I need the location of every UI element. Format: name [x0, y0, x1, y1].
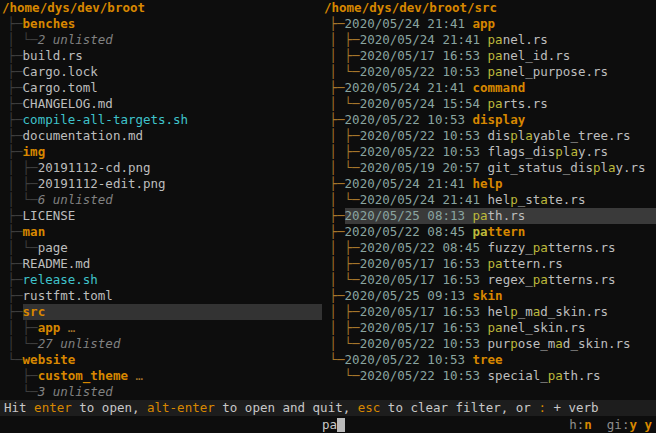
tree-branch: │ └─ [0, 336, 38, 352]
tree-row[interactable]: │ ├─2020/05/22 10:53 displayable_tree.rs [322, 128, 656, 144]
tree-row[interactable]: ├─CHANGELOG.md [0, 96, 322, 112]
flag-label: gi: [607, 417, 630, 432]
tree-row[interactable]: └─2020/05/22 10:53 tree [322, 352, 656, 368]
tree-row[interactable]: ├─img [0, 144, 322, 160]
tree-row[interactable]: └─website [0, 352, 322, 368]
tree-row[interactable]: │ └─2020/05/24 15:54 parts.rs [322, 96, 656, 112]
right-root-path: /home/dys/dev/broot/src [322, 0, 656, 16]
tree-row[interactable]: │ ├─app … [0, 320, 322, 336]
tree-row[interactable]: │ ├─2020/05/17 16:53 help_mad_skin.rs [322, 304, 656, 320]
tree-row[interactable]: └─2020/05/22 10:53 special_path.rs [322, 368, 656, 384]
right-tree-panel: /home/dys/dev/broot/src ├─2020/05/24 21:… [322, 0, 656, 400]
tree-branch: │ ├─ [322, 48, 360, 64]
tree-row[interactable]: │ └─2020/05/17 16:53 regex_patterns.rs [322, 272, 656, 288]
tree-branch: ├─ [0, 80, 23, 96]
file-name: fuzzy_ [488, 240, 533, 255]
match-highlight: p [510, 336, 518, 351]
entry: README.md [23, 256, 322, 272]
tree-branch: ├─ [0, 368, 38, 384]
tree-row[interactable]: ├─2020/05/22 10:53 display [322, 112, 656, 128]
tree-row[interactable]: ├─release.sh [0, 272, 322, 288]
entry: 2020/05/17 16:53 pattern.rs [360, 256, 656, 272]
file-name: th.rs [563, 368, 601, 383]
flag-value[interactable]: n [584, 417, 592, 432]
entry: page [38, 240, 322, 256]
tree-row[interactable]: │ └─page [0, 240, 322, 256]
tree-row[interactable]: ├─2020/05/24 21:41 help [322, 176, 656, 192]
modified-date: 2020/05/24 21:41 [360, 32, 488, 47]
tree-row[interactable]: ├─2020/05/25 09:13 skin [322, 288, 656, 304]
tree-row[interactable]: │ ├─20191112-cd.png [0, 160, 322, 176]
unlisted-note: 2 unlisted [38, 32, 113, 47]
tree-row[interactable]: ├─src [0, 304, 322, 320]
match-highlight: pa [488, 64, 503, 79]
tree-row[interactable]: │ ├─2020/05/22 10:53 flags_display.rs [322, 144, 656, 160]
entry: benches [23, 16, 322, 32]
file-name: page [38, 240, 68, 255]
tree-row[interactable]: ├─2020/05/24 21:41 command [322, 80, 656, 96]
filter-input[interactable]: pa [322, 417, 337, 433]
tree-row[interactable]: │ └─6 unlisted [0, 192, 322, 208]
tree-row[interactable]: │ ├─2020/05/24 21:41 panel.rs [322, 32, 656, 48]
unlisted-note: 6 unlisted [38, 192, 113, 207]
entry: 2020/05/24 15:54 parts.rs [360, 96, 656, 112]
entry: 2020/05/24 21:41 panel.rs [360, 32, 656, 48]
tree-row[interactable]: ├─LICENSE [0, 208, 322, 224]
tree-row[interactable]: │ ├─2020/05/17 16:53 panel_id.rs [322, 48, 656, 64]
modified-date: 2020/05/25 09:13 [345, 288, 473, 303]
selected-entry: src [23, 304, 322, 320]
tree-row[interactable]: ├─2020/05/25 08:13 path.rs [322, 208, 656, 224]
flag-value[interactable]: y [629, 417, 637, 432]
match-highlight: pa [533, 240, 548, 255]
tree-row[interactable]: └─3 unlisted [0, 384, 322, 400]
tree-row[interactable]: │ ├─20191112-edit.png [0, 176, 322, 192]
entry: 2020/05/17 16:53 regex_patterns.rs [360, 272, 656, 288]
entry: 20191112-cd.png [38, 160, 322, 176]
file-name: _st [518, 192, 541, 207]
entry: img [23, 144, 322, 160]
match-highlight: p [555, 144, 563, 159]
tree-row[interactable]: │ ├─2020/05/22 08:45 fuzzy_patterns.rs [322, 240, 656, 256]
tree-row[interactable]: ├─2020/05/22 08:45 pattern [322, 224, 656, 240]
tree-branch: │ └─ [0, 32, 38, 48]
tree-branch: └─ [0, 384, 38, 400]
tree-branch: ├─ [0, 256, 23, 272]
entry: app … [38, 320, 322, 336]
entry: rustfmt.toml [23, 288, 322, 304]
tree-row[interactable]: │ ├─2020/05/17 16:53 panel_skin.rs [322, 320, 656, 336]
file-name: dis [488, 128, 511, 143]
tree-row[interactable]: ├─man [0, 224, 322, 240]
tree-row[interactable]: │ └─27 unlisted [0, 336, 322, 352]
entry: CHANGELOG.md [23, 96, 322, 112]
entry: 2020/05/22 10:53 tree [345, 352, 656, 368]
tree-row[interactable]: ├─Cargo.lock [0, 64, 322, 80]
left-root-path: /home/dys/dev/broot [0, 0, 322, 16]
file-name: th.rs [488, 208, 526, 223]
tree-row[interactable]: ├─compile-all-targets.sh [0, 112, 322, 128]
tree-row[interactable]: ├─rustfmt.toml [0, 288, 322, 304]
tree-row[interactable]: │ └─2020/05/24 21:41 help_state.rs [322, 192, 656, 208]
tree-row[interactable]: ├─README.md [0, 256, 322, 272]
tree-branch: ├─ [322, 224, 345, 240]
tree-row[interactable]: ├─build.rs [0, 48, 322, 64]
tree-row[interactable]: ├─benches [0, 16, 322, 32]
tree-branch: ├─ [322, 112, 345, 128]
match-highlight: a [540, 192, 548, 207]
tree-row[interactable]: ├─documentation.md [0, 128, 322, 144]
status-text: to open and quit, [215, 400, 358, 415]
tree-row[interactable]: │ └─2 unlisted [0, 32, 322, 48]
tree-branch: │ ├─ [322, 320, 360, 336]
file-name: compile-all-targets.sh [23, 112, 189, 127]
tree-row[interactable]: │ └─2020/05/22 10:53 panel_purpose.rs [322, 64, 656, 80]
match-highlight: p [510, 192, 518, 207]
flag-value[interactable]: y [644, 417, 652, 432]
tree-row[interactable]: ├─2020/05/24 21:41 app [322, 16, 656, 32]
entry: 20191112-edit.png [38, 176, 322, 192]
tree-row[interactable]: ├─custom_theme … [0, 368, 322, 384]
modified-date: 2020/05/22 10:53 [360, 64, 488, 79]
tree-row[interactable]: ├─Cargo.toml [0, 80, 322, 96]
modified-date: 2020/05/24 21:41 [360, 192, 488, 207]
tree-row[interactable]: │ └─2020/05/22 10:53 purpose_mad_skin.rs [322, 336, 656, 352]
tree-row[interactable]: │ └─2020/05/19 20:57 git_status_display.… [322, 160, 656, 176]
tree-row[interactable]: │ ├─2020/05/17 16:53 pattern.rs [322, 256, 656, 272]
